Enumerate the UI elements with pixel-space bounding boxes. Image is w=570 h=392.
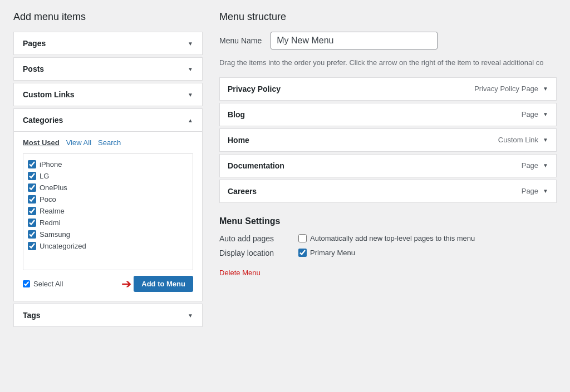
- chevron-down-icon: ▼: [188, 41, 193, 47]
- menu-name-row: Menu Name: [219, 32, 557, 49]
- display-location-name: Primary Menu: [310, 249, 355, 257]
- auto-add-pages-checkbox[interactable]: [298, 234, 307, 242]
- auto-add-pages-label: Auto add pages: [219, 234, 292, 243]
- category-samsung-label: Samsung: [40, 230, 70, 239]
- accordion-pages-label: Pages: [23, 39, 46, 48]
- arrow-right-icon: ➔: [121, 277, 131, 291]
- menu-item-type: Custom Link ▼: [498, 136, 548, 144]
- menu-items-list: Privacy Policy Privacy Policy Page ▼ Blo…: [219, 77, 557, 203]
- drag-instruction: Drag the items into the order you prefer…: [219, 57, 557, 68]
- menu-name-label: Menu Name: [219, 36, 262, 45]
- delete-menu-link[interactable]: Delete Menu: [219, 269, 261, 277]
- select-all-row: Select All ➔ Add to Menu: [23, 276, 193, 292]
- accordion-posts-label: Posts: [23, 64, 44, 73]
- list-item: Redmi: [27, 217, 189, 229]
- auto-add-pages-description: Automatically add new top-level pages to…: [310, 234, 475, 242]
- category-poco-checkbox[interactable]: [28, 195, 36, 204]
- menu-item-name: Home: [228, 136, 249, 145]
- add-to-menu-button[interactable]: Add to Menu: [134, 276, 193, 292]
- menu-item-type: Page ▼: [522, 161, 548, 170]
- accordion-tags: Tags ▼: [13, 304, 203, 327]
- menu-item-name: Blog: [228, 110, 245, 119]
- categories-tabs: Most Used View All Search: [23, 132, 193, 147]
- menu-item-row[interactable]: Blog Page ▼: [219, 103, 557, 126]
- display-location-checkbox[interactable]: [298, 249, 307, 257]
- category-lg-label: LG: [40, 172, 49, 180]
- accordion-pages-header[interactable]: Pages ▼: [14, 32, 202, 54]
- accordion-tags-header[interactable]: Tags ▼: [14, 304, 202, 326]
- right-panel: Menu structure Menu Name Drag the items …: [203, 11, 557, 329]
- menu-structure-title: Menu structure: [219, 11, 557, 23]
- chevron-down-icon: ▼: [543, 188, 548, 194]
- category-uncategorized-checkbox[interactable]: [28, 242, 36, 250]
- category-uncategorized-label: Uncategorized: [40, 242, 86, 250]
- accordion-tags-label: Tags: [23, 311, 41, 320]
- accordion-pages: Pages ▼: [13, 32, 203, 55]
- menu-item-row[interactable]: Privacy Policy Privacy Policy Page ▼: [219, 77, 557, 101]
- chevron-down-icon: ▼: [543, 86, 548, 92]
- accordion-categories: Categories ▲ Most Used View All Search i…: [13, 108, 203, 301]
- accordion-posts: Posts ▼: [13, 57, 203, 81]
- display-location-label: Display location: [219, 249, 292, 257]
- chevron-down-icon: ▼: [188, 92, 193, 98]
- list-item: Uncategorized: [27, 240, 189, 252]
- list-item: iPhone: [27, 158, 189, 170]
- category-realme-checkbox[interactable]: [28, 207, 36, 215]
- menu-item-type: Page ▼: [522, 187, 548, 195]
- menu-item-name: Careers: [228, 187, 257, 196]
- add-to-menu-wrapper: ➔ Add to Menu: [121, 276, 193, 292]
- menu-item-name: Privacy Policy: [228, 85, 281, 93]
- menu-settings: Menu Settings Auto add pages Automatical…: [219, 216, 557, 277]
- tab-view-all[interactable]: View All: [66, 138, 91, 147]
- category-poco-label: Poco: [40, 195, 56, 204]
- category-samsung-checkbox[interactable]: [28, 230, 36, 239]
- chevron-down-icon: ▼: [543, 137, 548, 143]
- menu-item-row[interactable]: Home Custom Link ▼: [219, 128, 557, 152]
- category-redmi-checkbox[interactable]: [28, 219, 36, 227]
- chevron-down-icon: ▼: [543, 162, 548, 168]
- categories-list-wrapper: iPhone LG OnePlus Poco: [23, 153, 193, 270]
- menu-name-input[interactable]: [271, 32, 438, 49]
- display-location-value: Primary Menu: [298, 249, 355, 257]
- list-item: LG: [27, 170, 189, 182]
- tab-search[interactable]: Search: [98, 138, 121, 147]
- accordion-categories-body: Most Used View All Search iPhone LG: [14, 131, 202, 301]
- accordion-custom-links-label: Custom Links: [23, 90, 75, 99]
- category-iphone-checkbox[interactable]: [28, 160, 36, 168]
- accordion-posts-header[interactable]: Posts ▼: [14, 58, 202, 80]
- tab-most-used[interactable]: Most Used: [23, 138, 60, 147]
- chevron-up-icon: ▲: [188, 117, 193, 123]
- auto-add-pages-value: Automatically add new top-level pages to…: [298, 234, 475, 242]
- list-item: OnePlus: [27, 182, 189, 193]
- category-redmi-label: Redmi: [40, 219, 61, 227]
- category-iphone-label: iPhone: [40, 160, 62, 168]
- accordion-categories-label: Categories: [23, 116, 63, 125]
- accordion-custom-links: Custom Links ▼: [13, 83, 203, 106]
- menu-settings-title: Menu Settings: [219, 216, 557, 226]
- accordion-custom-links-header[interactable]: Custom Links ▼: [14, 83, 202, 106]
- categories-checkbox-list: iPhone LG OnePlus Poco: [23, 154, 193, 270]
- display-location-row: Display location Primary Menu: [219, 249, 557, 257]
- category-oneplus-checkbox[interactable]: [28, 183, 36, 192]
- category-oneplus-label: OnePlus: [40, 183, 67, 192]
- category-realme-label: Realme: [40, 207, 65, 215]
- list-item: Realme: [27, 205, 189, 217]
- chevron-down-icon: ▼: [188, 312, 193, 319]
- auto-add-pages-row: Auto add pages Automatically add new top…: [219, 234, 557, 243]
- list-item: Poco: [27, 193, 189, 205]
- category-lg-checkbox[interactable]: [28, 172, 36, 180]
- chevron-down-icon: ▼: [188, 66, 193, 72]
- menu-item-row[interactable]: Documentation Page ▼: [219, 154, 557, 177]
- select-all-checkbox[interactable]: [23, 280, 30, 287]
- list-item: Samsung: [27, 229, 189, 240]
- menu-item-type: Privacy Policy Page ▼: [474, 85, 548, 93]
- menu-item-type: Page ▼: [522, 110, 548, 118]
- select-all-label: Select All: [23, 280, 63, 288]
- menu-item-name: Documentation: [228, 161, 284, 170]
- chevron-down-icon: ▼: [543, 111, 548, 117]
- menu-item-row[interactable]: Careers Page ▼: [219, 180, 557, 203]
- accordion-categories-header[interactable]: Categories ▲: [14, 109, 202, 131]
- add-menu-items-title: Add menu items: [13, 11, 203, 23]
- left-panel: Add menu items Pages ▼ Posts ▼ Custom Li…: [13, 11, 203, 329]
